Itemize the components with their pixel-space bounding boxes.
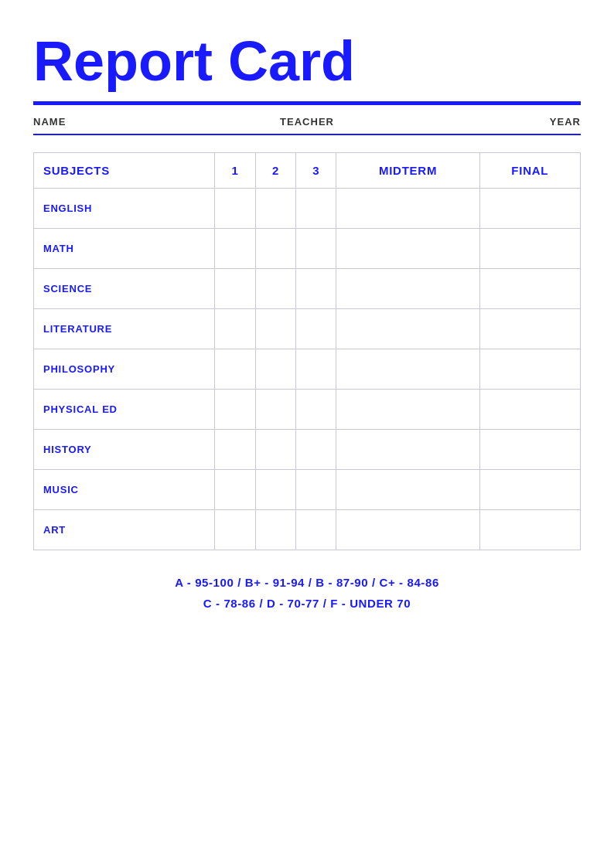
grade-cell [479, 269, 580, 309]
col-3: 3 [296, 153, 336, 189]
grade-cell [255, 470, 295, 510]
grade-cell [479, 229, 580, 269]
thin-divider [33, 134, 581, 135]
year-label: YEAR [398, 116, 581, 128]
table-header-row: SUBJECTS 1 2 3 MIDTERM FINAL [34, 153, 581, 189]
grade-cell [336, 269, 479, 309]
grade-scale-line1: A - 95-100 / B+ - 91-94 / B - 87-90 / C+… [33, 572, 581, 593]
grades-table: SUBJECTS 1 2 3 MIDTERM FINAL ENGLISHMATH… [33, 152, 581, 550]
grade-cell [479, 430, 580, 470]
table-row: ENGLISH [34, 189, 581, 229]
grade-cell [255, 309, 295, 349]
grade-cell [255, 269, 295, 309]
grade-cell [296, 309, 336, 349]
table-row: SCIENCE [34, 269, 581, 309]
grade-cell [215, 269, 255, 309]
teacher-label: TEACHER [216, 116, 398, 128]
table-row: HISTORY [34, 430, 581, 470]
grade-cell [215, 390, 255, 430]
info-row: NAME TEACHER YEAR [33, 116, 581, 128]
grade-cell [336, 309, 479, 349]
col-1: 1 [215, 153, 255, 189]
table-row: MATH [34, 229, 581, 269]
grade-cell [296, 470, 336, 510]
grade-cell [296, 430, 336, 470]
col-2: 2 [255, 153, 295, 189]
subject-cell: ART [34, 510, 215, 550]
subject-cell: LITERATURE [34, 309, 215, 349]
name-label: NAME [33, 116, 216, 128]
grade-cell [215, 189, 255, 229]
col-midterm: MIDTERM [336, 153, 479, 189]
grade-cell [336, 229, 479, 269]
subject-cell: PHYSICAL ED [34, 390, 215, 430]
grade-cell [215, 430, 255, 470]
grade-cell [479, 510, 580, 550]
grade-cell [215, 309, 255, 349]
grade-cell [479, 470, 580, 510]
grade-cell [296, 349, 336, 390]
table-row: PHYSICAL ED [34, 390, 581, 430]
grade-cell [479, 189, 580, 229]
col-final: FINAL [479, 153, 580, 189]
table-row: LITERATURE [34, 309, 581, 349]
grade-cell [336, 189, 479, 229]
table-row: ART [34, 510, 581, 550]
grade-cell [255, 510, 295, 550]
grade-cell [215, 229, 255, 269]
thick-divider [33, 101, 581, 105]
grade-cell [296, 510, 336, 550]
subject-cell: MUSIC [34, 470, 215, 510]
grade-cell [296, 189, 336, 229]
grade-cell [336, 430, 479, 470]
grade-cell [336, 470, 479, 510]
subject-cell: ENGLISH [34, 189, 215, 229]
grade-cell [255, 189, 295, 229]
grade-cell [296, 229, 336, 269]
subject-cell: PHILOSOPHY [34, 349, 215, 390]
subject-cell: MATH [34, 229, 215, 269]
grade-cell [255, 390, 295, 430]
grade-cell [479, 390, 580, 430]
page-title: Report Card [33, 31, 581, 92]
grade-cell [215, 510, 255, 550]
grade-cell [255, 349, 295, 390]
grade-cell [296, 390, 336, 430]
grade-cell [255, 229, 295, 269]
grade-cell [336, 349, 479, 390]
grade-cell [479, 349, 580, 390]
grade-cell [479, 309, 580, 349]
subject-cell: SCIENCE [34, 269, 215, 309]
table-row: PHILOSOPHY [34, 349, 581, 390]
subject-cell: HISTORY [34, 430, 215, 470]
col-subjects: SUBJECTS [34, 153, 215, 189]
grade-cell [336, 390, 479, 430]
table-row: MUSIC [34, 470, 581, 510]
grade-scale-line2: C - 78-86 / D - 70-77 / F - UNDER 70 [33, 593, 581, 614]
grade-cell [255, 430, 295, 470]
grade-cell [215, 470, 255, 510]
footer-grades: A - 95-100 / B+ - 91-94 / B - 87-90 / C+… [33, 572, 581, 614]
grade-cell [336, 510, 479, 550]
grade-cell [215, 349, 255, 390]
grade-cell [296, 269, 336, 309]
